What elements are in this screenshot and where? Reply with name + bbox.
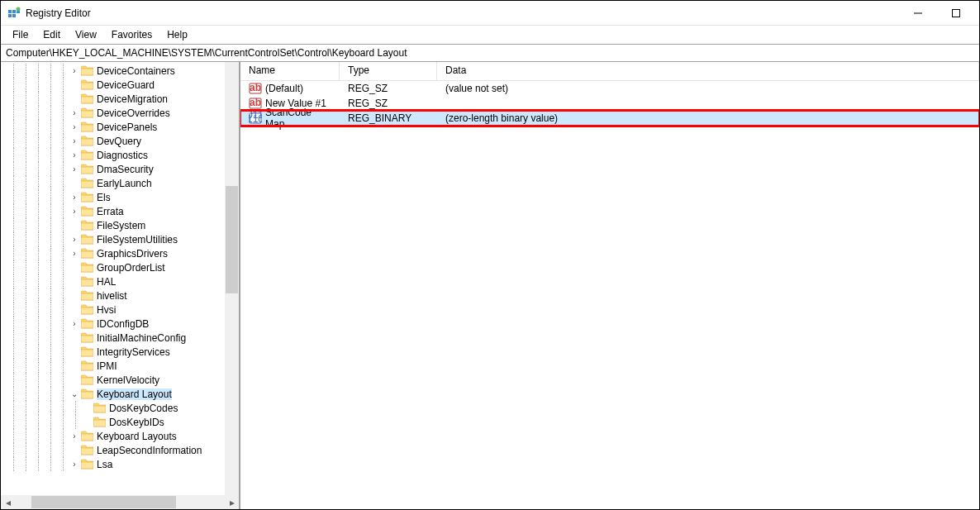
window-controls xyxy=(906,5,968,21)
tree-item[interactable]: FileSystem xyxy=(1,218,239,232)
tree-item[interactable]: KernelVelocity xyxy=(1,373,239,387)
col-header-name[interactable]: Name xyxy=(240,62,340,80)
tree-expander xyxy=(69,94,79,104)
list-header: Name Type Data xyxy=(240,62,979,81)
tree-expander[interactable]: › xyxy=(69,249,79,259)
folder-icon xyxy=(81,79,93,90)
menubar: File Edit View Favorites Help xyxy=(1,26,979,44)
tree-expander xyxy=(69,305,79,315)
tree-expander xyxy=(69,263,79,273)
tree-expander xyxy=(69,347,79,357)
folder-icon xyxy=(81,192,93,203)
tree-item[interactable]: ⌄Keyboard Layout xyxy=(1,387,239,401)
tree-item[interactable]: LeapSecondInformation xyxy=(1,443,239,457)
tree-item[interactable]: ›GraphicsDrivers xyxy=(1,246,239,260)
tree-item[interactable]: InitialMachineConfig xyxy=(1,331,239,345)
folder-icon xyxy=(81,248,93,259)
tree-item[interactable]: EarlyLaunch xyxy=(1,176,239,190)
tree-item[interactable]: ›DmaSecurity xyxy=(1,162,239,176)
tree-item[interactable]: ›Lsa xyxy=(1,457,239,471)
tree-item[interactable]: ›Keyboard Layouts xyxy=(1,429,239,443)
tree-expander xyxy=(82,403,92,413)
minimize-button[interactable] xyxy=(906,5,930,21)
tree-item[interactable]: ›IDConfigDB xyxy=(1,317,239,331)
tree-item[interactable]: ›Errata xyxy=(1,204,239,218)
tree-expander[interactable]: › xyxy=(69,460,79,469)
folder-icon xyxy=(81,164,93,174)
content-split: ›DeviceContainersDeviceGuardDeviceMigrat… xyxy=(1,62,979,509)
tree-item[interactable]: IPMI xyxy=(1,359,239,373)
hscroll-left-arrow[interactable]: ◂ xyxy=(1,495,15,509)
tree-item-label: FileSystemUtilities xyxy=(97,234,178,245)
tree-item-label: LeapSecondInformation xyxy=(97,445,202,456)
tree-item[interactable]: ›Diagnostics xyxy=(1,148,239,162)
svg-rect-0 xyxy=(8,10,12,13)
col-header-data[interactable]: Data xyxy=(437,62,979,80)
tree-root[interactable]: ›DeviceContainersDeviceGuardDeviceMigrat… xyxy=(1,62,239,495)
list-row[interactable]: 011110ScanCode MapREG_BINARY(zero-length… xyxy=(240,111,979,126)
tree-expander xyxy=(69,179,79,188)
tree-expander[interactable]: › xyxy=(69,150,79,160)
tree-item[interactable]: DosKeybIDs xyxy=(1,415,239,429)
tree-item[interactable]: GroupOrderList xyxy=(1,260,239,274)
value-type: REG_SZ xyxy=(340,98,437,109)
tree-item[interactable]: IntegrityServices xyxy=(1,345,239,359)
addressbar[interactable]: Computer\HKEY_LOCAL_MACHINE\SYSTEM\Curre… xyxy=(1,44,979,62)
tree-item[interactable]: ›FileSystemUtilities xyxy=(1,232,239,246)
hscrollbar-thumb[interactable] xyxy=(31,496,176,508)
tree-item[interactable]: DeviceGuard xyxy=(1,78,239,92)
tree-expander[interactable]: › xyxy=(69,108,79,118)
tree-expander[interactable]: › xyxy=(69,164,79,174)
svg-text:110: 110 xyxy=(249,113,262,125)
tree-expander[interactable]: › xyxy=(69,66,79,76)
menu-favorites[interactable]: Favorites xyxy=(105,27,159,42)
folder-icon xyxy=(81,220,93,231)
tree-item[interactable]: hivelist xyxy=(1,288,239,303)
tree-item-label: InitialMachineConfig xyxy=(97,332,186,344)
menu-help[interactable]: Help xyxy=(160,27,194,42)
maximize-button[interactable] xyxy=(944,5,968,21)
tree-item-label: DeviceContainers xyxy=(97,65,175,77)
tree-expander[interactable]: › xyxy=(69,319,79,329)
tree-item[interactable]: ›DeviceContainers xyxy=(1,64,239,78)
folder-icon xyxy=(81,206,93,217)
binary-value-icon: 011110 xyxy=(249,112,262,125)
value-name: ScanCode Map xyxy=(265,107,331,130)
tree-expander[interactable]: › xyxy=(69,193,79,203)
tree-expander[interactable]: ⌄ xyxy=(69,389,79,399)
hscroll-right-arrow[interactable]: ▸ xyxy=(225,495,239,509)
tree-expander[interactable]: › xyxy=(69,136,79,146)
address-path: Computer\HKEY_LOCAL_MACHINE\SYSTEM\Curre… xyxy=(6,47,407,59)
tree-item[interactable]: DeviceMigration xyxy=(1,92,239,106)
tree-item[interactable]: DosKeybCodes xyxy=(1,401,239,415)
svg-rect-7 xyxy=(953,9,960,17)
menu-edit[interactable]: Edit xyxy=(36,27,67,42)
tree-item[interactable]: ›DevicePanels xyxy=(1,120,239,134)
tree-expander[interactable]: › xyxy=(69,235,79,245)
vscrollbar-thumb[interactable] xyxy=(226,186,238,293)
folder-icon xyxy=(93,417,106,427)
tree-expander[interactable]: › xyxy=(69,207,79,217)
list-row[interactable]: ab(Default)REG_SZ(value not set) xyxy=(240,81,979,96)
list-body[interactable]: ab(Default)REG_SZ(value not set)abNew Va… xyxy=(240,81,979,126)
menu-file[interactable]: File xyxy=(6,27,35,42)
tree-item[interactable]: ›Els xyxy=(1,190,239,204)
list-row[interactable]: abNew Value #1REG_SZ xyxy=(240,96,979,111)
folder-icon xyxy=(81,318,93,329)
folder-icon xyxy=(81,150,93,160)
col-header-type[interactable]: Type xyxy=(340,62,437,80)
tree-expander[interactable]: › xyxy=(69,431,79,441)
menu-view[interactable]: View xyxy=(69,27,103,42)
folder-icon xyxy=(81,431,93,441)
folder-icon xyxy=(81,346,93,357)
tree-item[interactable]: HAL xyxy=(1,274,239,288)
tree-item[interactable]: ›DeviceOverrides xyxy=(1,106,239,120)
string-value-icon: ab xyxy=(249,82,262,95)
tree-item[interactable]: Hvsi xyxy=(1,303,239,317)
tree-expander[interactable]: › xyxy=(69,122,79,132)
tree-vscrollbar[interactable] xyxy=(225,62,239,495)
tree-item[interactable]: ›DevQuery xyxy=(1,134,239,148)
folder-icon xyxy=(81,290,93,301)
svg-rect-1 xyxy=(12,10,16,13)
tree-hscrollbar[interactable]: ◂ ▸ xyxy=(1,495,239,509)
